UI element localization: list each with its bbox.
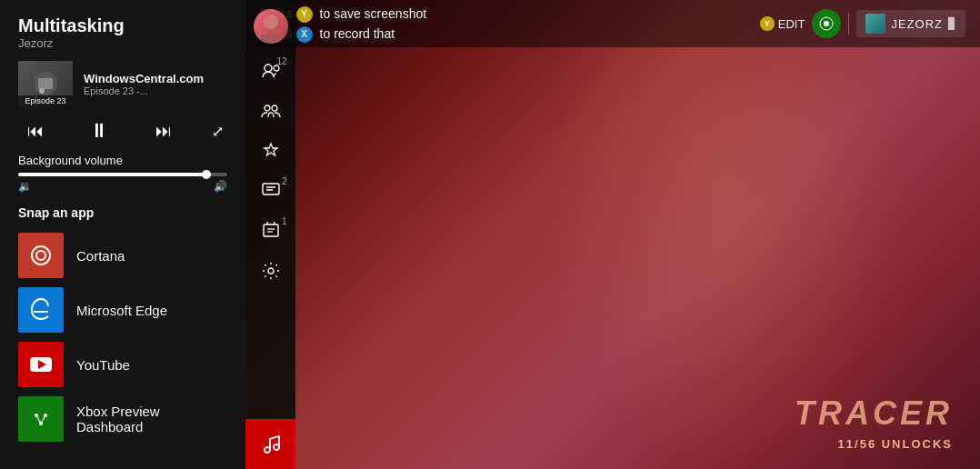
app-item-cortana[interactable]: Cortana <box>18 229 227 282</box>
unlocks-count: 11/56 UNLOCKS <box>838 437 953 451</box>
svg-point-12 <box>268 268 274 274</box>
notifications-badge: 1 <box>282 216 287 226</box>
svg-point-22 <box>31 409 51 429</box>
friends-badge: 12 <box>276 56 286 66</box>
app-item-edge[interactable]: Microsoft Edge <box>18 284 227 336</box>
xbox-button[interactable] <box>812 9 841 38</box>
volume-slider[interactable] <box>18 173 227 176</box>
media-source: WindowsCentral.com <box>84 72 227 85</box>
skip-forward-button[interactable]: ⏭ <box>150 120 177 143</box>
user-badge[interactable]: JEZORZ ▊ <box>856 10 965 37</box>
youtube-icon <box>18 342 64 387</box>
xbox-icon <box>18 396 64 442</box>
svg-point-18 <box>32 246 50 264</box>
app-list: Cortana Microsoft Edge YouTube Xbox Prev… <box>18 229 227 445</box>
user-name: JEZORZ <box>891 17 943 31</box>
user-avatar <box>865 14 885 34</box>
svg-point-17 <box>39 88 45 94</box>
friends-nav-item[interactable]: 12 <box>253 53 289 89</box>
edit-button[interactable]: Y EDIT <box>760 16 805 31</box>
edge-label: Microsoft Edge <box>76 303 167 318</box>
notifications-nav-item[interactable]: 1 <box>253 213 289 249</box>
party-nav-item[interactable] <box>253 93 289 129</box>
xbox-dashboard-label: Xbox Preview Dashboard <box>76 404 227 434</box>
edit-label: EDIT <box>778 17 805 31</box>
icon-nav: 12 2 1 <box>245 0 295 469</box>
sidebar: Multitasking Jezorz Episode 23 WindowsCe… <box>0 0 245 469</box>
svg-point-4 <box>265 65 272 72</box>
media-info: WindowsCentral.com Episode 23 -... <box>84 72 227 96</box>
music-button[interactable] <box>245 419 295 469</box>
media-card: Episode 23 WindowsCentral.com Episode 23… <box>18 61 227 106</box>
user-avatar-circle[interactable] <box>254 9 288 44</box>
sidebar-title: Multitasking <box>18 15 227 36</box>
edge-icon <box>18 287 64 333</box>
svg-rect-9 <box>264 225 278 236</box>
messages-badge: 2 <box>282 176 287 186</box>
svg-point-6 <box>265 105 270 111</box>
snap-label: Snap an app <box>18 205 227 220</box>
skip-back-button[interactable]: ⏮ <box>22 120 49 143</box>
volume-min-icon: 🔉 <box>18 180 32 193</box>
svg-rect-16 <box>38 78 53 89</box>
y-button: Y <box>296 6 313 23</box>
svg-point-7 <box>272 105 277 111</box>
cortana-label: Cortana <box>76 248 125 264</box>
settings-nav-item[interactable] <box>253 253 289 289</box>
media-thumbnail: Episode 23 <box>18 61 73 106</box>
character-name: TRACER <box>795 394 953 433</box>
svg-point-19 <box>36 251 45 260</box>
svg-point-3 <box>260 33 282 44</box>
pause-button[interactable]: ⏸ <box>84 117 115 145</box>
top-bar: Press Y to save screenshot Press X to re… <box>245 0 980 47</box>
x-button: X <box>296 26 313 43</box>
svg-point-1 <box>824 21 829 26</box>
expand-button[interactable]: ⤢ <box>212 123 224 140</box>
episode-badge: Episode 23 <box>18 95 73 106</box>
volume-max-icon: 🔊 <box>214 180 227 193</box>
cortana-icon <box>18 233 64 278</box>
volume-section: Background volume 🔉 🔊 <box>18 154 227 193</box>
media-controls: ⏮ ⏸ ⏭ ⤢ <box>18 117 227 145</box>
volume-fill <box>18 173 206 176</box>
divider <box>848 13 849 35</box>
press-hints: Press Y to save screenshot Press X to re… <box>260 4 760 45</box>
edit-y-icon: Y <box>760 16 775 31</box>
volume-label: Background volume <box>18 154 227 167</box>
signal-icon: ▊ <box>948 17 956 30</box>
messages-nav-item[interactable]: 2 <box>253 173 289 209</box>
achievements-nav-item[interactable] <box>253 133 289 169</box>
media-episode: Episode 23 -... <box>84 85 227 96</box>
hint-record: Press X to record that <box>260 24 760 44</box>
sidebar-user: Jezorz <box>18 36 227 50</box>
youtube-label: YouTube <box>76 357 130 373</box>
svg-point-2 <box>264 15 278 29</box>
svg-rect-8 <box>263 184 279 195</box>
hint-screenshot: Press Y to save screenshot <box>260 4 760 24</box>
app-item-xbox[interactable]: Xbox Preview Dashboard <box>18 393 227 445</box>
volume-thumb <box>202 170 211 179</box>
top-bar-right: Y EDIT JEZORZ ▊ <box>760 9 965 38</box>
app-item-youtube[interactable]: YouTube <box>18 338 227 391</box>
volume-icons: 🔉 🔊 <box>18 180 227 193</box>
game-background: TRACER 11/56 UNLOCKS <box>245 0 980 469</box>
